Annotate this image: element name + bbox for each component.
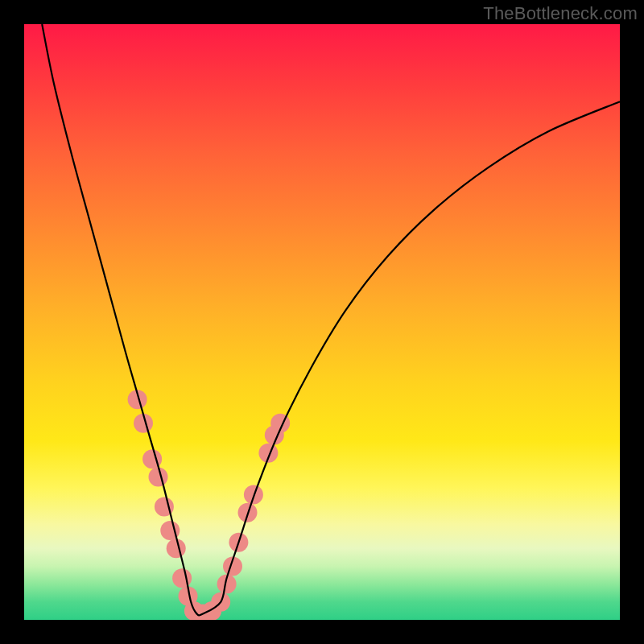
chart-svg — [24, 24, 620, 620]
data-marker — [172, 568, 192, 588]
bottleneck-curve — [42, 24, 620, 615]
data-marker — [167, 539, 186, 558]
watermark-text: TheBottleneck.com — [483, 3, 638, 24]
chart-frame: TheBottleneck.com — [0, 0, 644, 644]
markers-group — [128, 390, 291, 620]
plot-area — [24, 24, 620, 620]
data-marker — [149, 467, 168, 486]
